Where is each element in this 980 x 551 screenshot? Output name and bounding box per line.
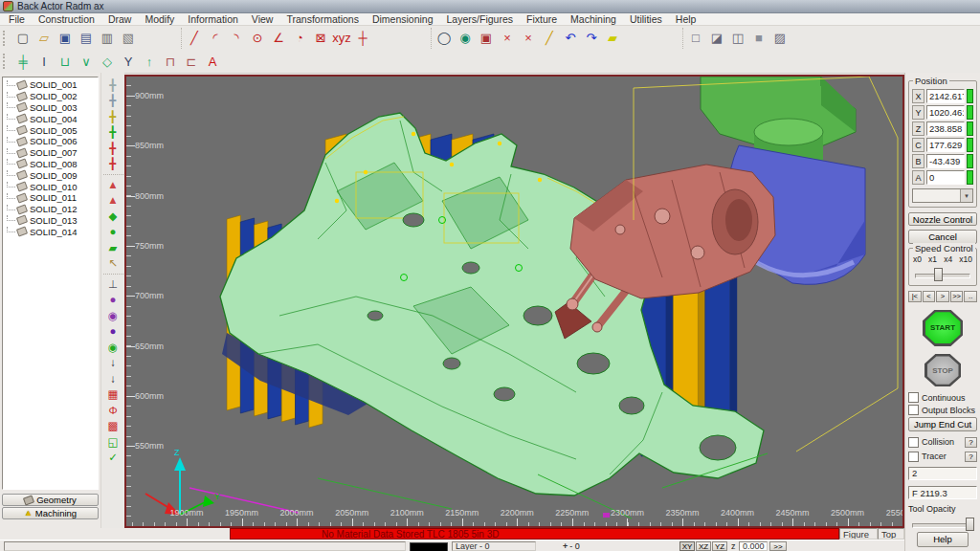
workpiece-stock-icon[interactable]: ● [103, 225, 122, 241]
tree-item-solid[interactable]: SOLID_002 [3, 91, 98, 102]
tree-item-solid[interactable]: SOLID_004 [3, 113, 98, 124]
tree-item-solid[interactable]: SOLID_008 [3, 159, 98, 170]
arc-angle-tool-icon[interactable]: ◔ [289, 29, 310, 48]
arc-tool-icon[interactable]: ◝ [226, 29, 247, 48]
block-number-field[interactable]: 2 [908, 467, 977, 480]
menu-item[interactable]: Help [669, 13, 703, 25]
view-hidden-line-icon[interactable]: ◪ [706, 29, 727, 48]
tool-opacity-slider[interactable] [910, 515, 975, 529]
jump-end-cut-button[interactable]: Jump End Cut [908, 417, 977, 430]
cross-grid-icon[interactable]: ▩ [103, 419, 122, 435]
transport-button[interactable]: |< [908, 291, 922, 302]
tree-item-solid[interactable]: SOLID_007 [3, 147, 98, 159]
new-file-icon[interactable]: ▢ [12, 29, 33, 48]
undo-icon[interactable]: ↶ [560, 29, 581, 48]
checkbox-box[interactable] [908, 452, 919, 462]
sphere-purple2-icon[interactable]: ◉ [103, 308, 122, 324]
menu-item[interactable]: Fixture [520, 13, 564, 25]
view-shaded-icon[interactable]: ■ [748, 29, 769, 48]
z-value-field[interactable]: 0.000 [739, 541, 768, 551]
start-button[interactable]: START [923, 310, 963, 346]
axis-value-field[interactable]: 0 [926, 170, 965, 185]
transport-button[interactable]: .. [964, 291, 977, 302]
menu-item[interactable]: Construction [32, 13, 101, 25]
menu-item[interactable]: Modify [138, 13, 181, 25]
sphere-purple3-icon[interactable]: ● [103, 324, 122, 341]
tool-gear-card-icon[interactable]: ╋ [103, 94, 122, 110]
stop-button[interactable]: STOP [924, 354, 961, 386]
tree-item-solid[interactable]: SOLID_006 [3, 136, 98, 147]
menu-item[interactable]: File [2, 13, 32, 25]
program-combo[interactable]: ▼ [912, 188, 973, 203]
arrow-dimension-icon[interactable]: ↑ [139, 52, 160, 71]
export-box-icon[interactable]: ◱ [103, 434, 122, 451]
eraser-icon[interactable]: ▰ [602, 29, 623, 48]
zoom-window-icon[interactable]: ▣ [476, 29, 497, 48]
tree-item-solid[interactable]: SOLID_013 [3, 215, 98, 227]
plane-yz-button[interactable]: YZ [712, 541, 727, 551]
menu-item[interactable]: Draw [101, 13, 139, 25]
axis-value-field[interactable]: -43.439 [926, 154, 965, 168]
tree-item-solid[interactable]: SOLID_011 [3, 192, 98, 204]
title-bar[interactable]: Back Actor Radm ax [0, 0, 980, 13]
menu-item[interactable]: View [245, 13, 280, 25]
tree-item-solid[interactable]: SOLID_001 [3, 79, 98, 91]
checkbox-box[interactable] [908, 437, 919, 448]
probe-icon[interactable]: ↖ [103, 256, 122, 273]
save-icon[interactable]: ▣ [55, 29, 76, 48]
table-red-icon[interactable]: ▦ [103, 387, 122, 404]
menu-item[interactable]: Utilities [623, 13, 669, 25]
axis-value-field[interactable]: 1020.461 [926, 105, 965, 120]
zoom-icon[interactable]: ◯ [434, 29, 455, 48]
slider-thumb[interactable] [934, 268, 943, 281]
diamond-dimension-icon[interactable]: ◇ [97, 52, 118, 71]
axis-value-field[interactable]: 2142.617 [926, 89, 965, 103]
sphere-purple-icon[interactable]: ● [103, 293, 122, 309]
menu-item[interactable]: Dimensioning [366, 13, 440, 25]
ordinate-dimension-icon[interactable]: ╪ [12, 52, 33, 71]
tree-item-solid[interactable]: SOLID_009 [3, 169, 98, 181]
open-folder-icon[interactable]: ▱ [33, 29, 55, 48]
branch-dimension-icon[interactable]: Y [118, 52, 139, 71]
menu-item[interactable]: Machining [564, 13, 623, 25]
tool-gear-red2-icon[interactable]: ╋ [103, 157, 122, 173]
cancel-button[interactable]: Cancel [908, 230, 977, 243]
tree-item-solid[interactable]: SOLID_010 [3, 181, 98, 192]
nozzle-control-button[interactable]: Nozzle Control [908, 212, 977, 226]
plane-xy-button[interactable]: XY [679, 541, 695, 551]
view-transparent-icon[interactable]: ▨ [769, 29, 791, 48]
view-outline-icon[interactable]: ◫ [727, 29, 748, 48]
speed-slider[interactable] [913, 265, 972, 280]
checkbox-box[interactable] [908, 405, 919, 415]
option-checkbox[interactable]: Continuous [908, 392, 977, 403]
redo-icon[interactable]: ↷ [581, 29, 602, 48]
collision-checkbox[interactable]: Collision ? [908, 437, 977, 448]
horizontal-dimension-icon[interactable]: ⊔ [55, 52, 76, 71]
tab-geometry[interactable]: Geometry [2, 494, 99, 506]
phi-grid-icon[interactable]: Φ [103, 403, 122, 419]
tree-item-solid[interactable]: SOLID_014 [3, 226, 98, 237]
angle-tool-icon[interactable]: ∠ [268, 29, 289, 48]
delete-region-icon[interactable]: ⊠ [310, 29, 331, 48]
menu-item[interactable]: Transformations [279, 13, 365, 25]
fixture-pyramid-icon[interactable]: ▲ [103, 193, 122, 209]
collision-help-button[interactable]: ? [965, 437, 977, 448]
workpiece-solid-icon[interactable]: ◆ [103, 209, 122, 225]
hand-check-icon[interactable]: ✓ [103, 451, 122, 467]
viewport-3d[interactable]: Z Y 900mm850mm800mm750mm700mm650mm600mm5… [124, 75, 904, 528]
edge-dimension-icon[interactable]: ⊏ [181, 52, 202, 71]
help-button[interactable]: Help [917, 532, 969, 547]
slider-thumb[interactable] [966, 518, 974, 531]
transport-button[interactable]: > [936, 291, 949, 302]
transport-button[interactable]: < [923, 291, 936, 302]
active-color-swatch[interactable] [410, 542, 448, 551]
option-checkbox[interactable]: Output Blocks [908, 405, 977, 415]
arc-tangent-tool-icon[interactable]: ◜ [205, 29, 226, 48]
axis-value-field[interactable]: 177.629 [926, 138, 965, 152]
layer-cell[interactable]: Layer - 0 [452, 541, 536, 551]
menu-item[interactable]: Information [181, 13, 245, 25]
tree-item-solid[interactable]: SOLID_003 [3, 102, 98, 114]
menu-item[interactable]: Layers/Figures [440, 13, 520, 25]
workpiece-flag-icon[interactable]: ▰ [103, 240, 122, 256]
xyz-point-icon[interactable]: xyz [331, 29, 352, 48]
